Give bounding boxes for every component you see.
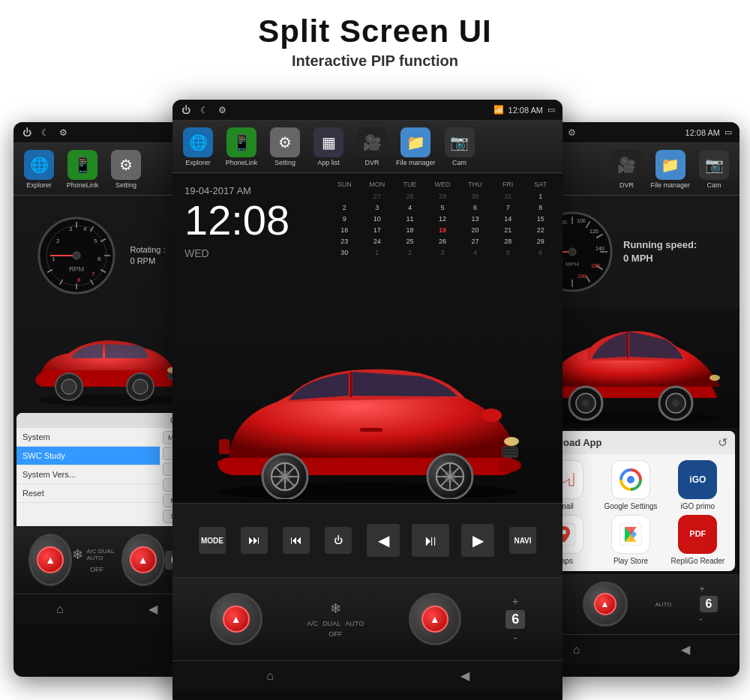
settings-item-reset[interactable]: Reset	[16, 484, 160, 503]
settings-list: System SWC Study System Vers... Reset	[16, 428, 160, 526]
power-icon[interactable]: ⏻	[21, 127, 33, 139]
center-knob-right[interactable]: ▲	[409, 593, 461, 645]
center-back-btn[interactable]: ◀	[453, 664, 477, 688]
navi-media-btn[interactable]: NAVI	[509, 527, 536, 554]
next-track-btn[interactable]: ⏭	[241, 527, 268, 554]
center-cam-icon: 📷	[445, 127, 475, 157]
right-filemanager-icon: 📁	[656, 150, 686, 180]
app-google-settings[interactable]: Google Settings	[599, 460, 662, 510]
prev-track-btn[interactable]: ⏮	[283, 527, 310, 554]
center-knob-left[interactable]: ▲	[210, 593, 262, 645]
left-app-toolbar: 🌐 Explorer 📱 PhoneLink ⚙ Setting	[14, 143, 200, 196]
center-explorer-icon: 🌐	[183, 127, 213, 157]
phonelink-label: PhoneLink	[67, 181, 99, 189]
svg-text:180: 180	[578, 274, 586, 279]
left-knob-right[interactable]: ▲	[122, 534, 165, 586]
cal-cell: 2	[328, 202, 361, 213]
right-rect-icon: ▭	[724, 127, 732, 137]
app-repligo[interactable]: PDF RepliGo Reader	[667, 515, 729, 565]
power-media-btn[interactable]: ⏻	[325, 527, 352, 554]
svg-rect-32	[504, 449, 516, 450]
back-nav-btn[interactable]: ◀	[141, 597, 165, 621]
center-ac-controls: ❄ A/C DUAL AUTO OFF	[307, 600, 364, 638]
mode-media-btn[interactable]: MODE	[199, 527, 226, 554]
home-nav-btn[interactable]: ⌂	[48, 597, 72, 621]
cal-cell: 9	[328, 214, 361, 224]
calendar-section: SUN MON TUE WED THU FRI SAT 27 28 29	[322, 173, 562, 338]
rotating-label: Rotating :	[130, 244, 165, 256]
center-auto-label: AUTO	[345, 620, 364, 627]
vol-down-icon[interactable]: -	[514, 632, 518, 644]
center-app-explorer[interactable]: 🌐 Explorer	[178, 127, 218, 166]
refresh-btn[interactable]: ↺	[718, 435, 728, 450]
center-ac-label: A/C	[307, 620, 318, 627]
center-app-applist[interactable]: ▦ App list	[309, 127, 348, 166]
google-settings-icon	[611, 460, 650, 499]
app-setting[interactable]: ⚙ Setting	[106, 150, 146, 189]
right-knob-left[interactable]: ▲	[583, 582, 628, 627]
svg-text:2: 2	[56, 238, 60, 244]
right-vol-up[interactable]: +	[700, 584, 718, 594]
igo-label: iGO primo	[681, 502, 716, 510]
cal-cell: 12	[427, 214, 459, 224]
center-app-setting[interactable]: ⚙ Setting	[266, 127, 304, 166]
cal-cell: 22	[524, 225, 556, 235]
right-app-filemanager[interactable]: 📁 File manager	[650, 150, 690, 189]
right-app-dvr[interactable]: 🎥 DVR	[607, 150, 646, 189]
svg-point-24	[62, 379, 76, 394]
app-explorer[interactable]: 🌐 Explorer	[20, 150, 58, 189]
center-home-btn[interactable]: ⌂	[258, 664, 282, 688]
center-time: 12:08 AM	[508, 106, 543, 115]
app-playstore[interactable]: Play Store	[599, 515, 662, 565]
page-title: Split Screen UI	[0, 13, 750, 49]
right-time: 12:08 AM	[686, 128, 720, 137]
gear-icon[interactable]: ⚙	[57, 127, 69, 139]
rpm-gauge-svg: 1 2 3 4 5 6 7 8 RPM	[35, 214, 118, 297]
playpause-btn[interactable]: ⏯	[412, 524, 449, 557]
right-vol-down[interactable]: -	[700, 614, 718, 624]
settings-item-version[interactable]: System Vers...	[16, 465, 160, 484]
center-bottom-controls: ▲ ❄ A/C DUAL AUTO OFF ▲	[172, 578, 562, 660]
rect-icon: ▭	[548, 105, 555, 115]
next-btn[interactable]: ▶	[461, 524, 494, 557]
left-knob-left[interactable]: ▲	[28, 534, 72, 586]
cal-cell: 21	[492, 225, 524, 235]
right-home-btn[interactable]: ⌂	[565, 638, 589, 662]
center-app-toolbar: 🌐 Explorer 📱 PhoneLink ⚙ Setting ▦ App l…	[172, 121, 562, 173]
cal-header: SUN MON TUE WED THU FRI SAT	[328, 181, 556, 188]
screens-container: ⏻ ☾ ⚙ 🌐 Explorer 📱 PhoneLink ⚙ Se	[0, 77, 750, 692]
center-app-filemanager[interactable]: 📁 File manager	[396, 127, 436, 166]
cal-cell: 24	[362, 236, 394, 247]
right-gear-icon[interactable]: ⚙	[566, 127, 578, 139]
vol-up-icon[interactable]: +	[512, 595, 518, 607]
app-igo[interactable]: iGO iGO primo	[667, 460, 729, 510]
clock-left: 19-04-2017 AM 12:08 WED	[172, 173, 322, 338]
time-big: 12:08	[184, 199, 310, 241]
app-phonelink[interactable]: 📱 PhoneLink	[63, 150, 102, 189]
svg-text:100: 100	[577, 218, 586, 223]
svg-text:RPM: RPM	[69, 265, 84, 273]
rotating-value: 0 RPM	[130, 256, 165, 267]
settings-body: System SWC Study System Vers... Reset	[16, 428, 196, 526]
cal-cell: 6	[459, 202, 491, 213]
settings-section: Gene System SWC Study System Vers...	[16, 413, 196, 526]
right-app-cam[interactable]: 📷 Cam	[694, 150, 734, 189]
cal-cell: 2	[394, 247, 426, 258]
svg-point-85	[627, 476, 634, 483]
center-app-phonelink[interactable]: 📱 PhoneLink	[222, 127, 261, 166]
center-power-icon[interactable]: ⏻	[180, 104, 192, 116]
center-app-cam[interactable]: 📷 Cam	[440, 127, 479, 166]
cal-cell: 11	[394, 214, 426, 224]
google-settings-label: Google Settings	[604, 502, 657, 510]
right-back-btn[interactable]: ◀	[674, 638, 698, 662]
left-off-label: OFF	[90, 566, 104, 573]
prev-btn[interactable]: ◀	[367, 524, 400, 557]
cal-cell: 28	[492, 236, 524, 247]
svg-point-79	[582, 399, 590, 407]
cal-cell: 4	[459, 247, 491, 258]
svg-text:120: 120	[590, 229, 598, 234]
center-app-dvr[interactable]: 🎥 DVR	[352, 127, 392, 166]
settings-item-swc[interactable]: SWC Study	[16, 447, 160, 465]
settings-item-system[interactable]: System	[16, 428, 160, 447]
center-gear-icon[interactable]: ⚙	[216, 104, 228, 116]
